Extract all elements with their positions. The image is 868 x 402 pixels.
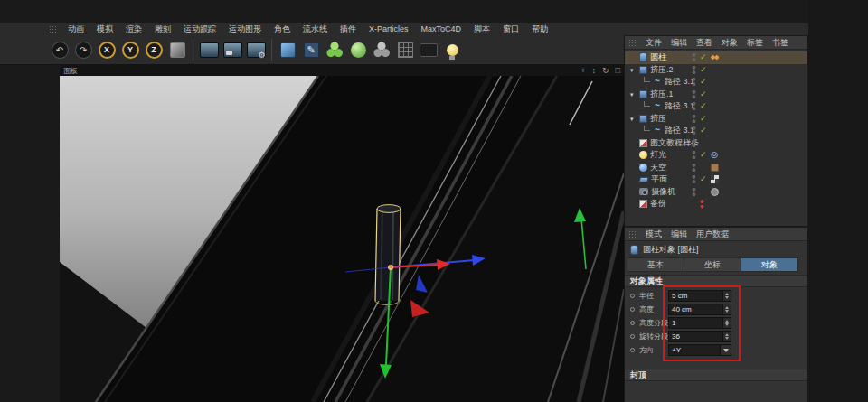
om-menu-file[interactable]: 文件 xyxy=(641,37,666,49)
stepper-arrows-icon[interactable] xyxy=(722,304,731,314)
object-row-extrude2[interactable]: ▾ 挤压.2 ✓ xyxy=(625,64,807,77)
object-row-spline[interactable]: ~ 路径 3.1 ✓ xyxy=(625,100,807,113)
om-menu-tag[interactable]: 标签 xyxy=(742,37,768,49)
object-row-tutorial-spline[interactable]: 图文教程样条 xyxy=(625,137,807,150)
material-tag-icon[interactable] xyxy=(711,53,719,61)
om-menu-view[interactable]: 查看 xyxy=(692,37,717,49)
render-settings-button[interactable] xyxy=(245,38,267,61)
lock-y-button[interactable]: Y xyxy=(119,38,141,61)
tab-object[interactable]: 对象 xyxy=(741,257,798,272)
subdivision-surface-button[interactable] xyxy=(324,38,345,61)
stepper-arrows-icon[interactable] xyxy=(722,291,731,301)
scene-svg[interactable] xyxy=(60,76,624,402)
redo-button[interactable]: ↷ xyxy=(72,38,94,61)
cylinder-object[interactable] xyxy=(375,205,401,305)
rotation-segments-input[interactable]: 36 xyxy=(668,331,731,342)
texture-tag-icon[interactable] xyxy=(711,175,719,183)
om-menu-bookmark[interactable]: 书签 xyxy=(768,37,793,49)
visibility-dots-icon[interactable] xyxy=(692,126,696,136)
menu-plugins[interactable]: 插件 xyxy=(334,23,363,35)
object-row-camera[interactable]: 摄像机 xyxy=(625,186,807,199)
visibility-dots-icon[interactable] xyxy=(692,65,696,75)
keyframe-dot-icon[interactable] xyxy=(630,334,635,339)
visibility-dots-icon[interactable] xyxy=(692,187,696,197)
workplane-button[interactable] xyxy=(418,38,439,61)
menu-render[interactable]: 渲染 xyxy=(119,23,148,35)
visibility-dots-icon[interactable] xyxy=(692,174,696,184)
menu-window[interactable]: 窗口 xyxy=(496,23,525,35)
enabled-check-icon[interactable]: ✓ xyxy=(700,100,707,113)
tab-coordinates[interactable]: 坐标 xyxy=(684,257,741,272)
object-label[interactable]: 圆柱 xyxy=(650,51,666,63)
viewport-3d[interactable]: 面板 + ↕ ↻ □ xyxy=(60,65,624,402)
object-row-extrude[interactable]: ▾ 挤压 ✓ xyxy=(625,113,807,126)
maximize-icon[interactable]: □ xyxy=(616,65,620,76)
object-label[interactable]: 摄像机 xyxy=(651,186,675,198)
drag-handle-icon[interactable] xyxy=(628,230,637,238)
menu-motion-tracker[interactable]: 运动跟踪 xyxy=(177,23,222,35)
keyframe-dot-icon[interactable] xyxy=(630,321,635,325)
drag-handle-icon[interactable] xyxy=(628,39,637,47)
dropdown-arrow-icon[interactable] xyxy=(720,345,731,355)
enabled-check-icon[interactable]: ✓ xyxy=(700,173,707,186)
object-row-spline[interactable]: ~ 路径 3.1 ✓ xyxy=(625,76,807,89)
enabled-check-icon[interactable]: ✓ xyxy=(700,113,707,126)
visibility-dots-icon[interactable] xyxy=(692,52,696,62)
red-visibility-dots-icon[interactable] xyxy=(700,200,704,209)
object-label[interactable]: 灯光 xyxy=(650,149,666,161)
object-row-extrude1[interactable]: ▾ 挤压.1 ✓ xyxy=(625,89,807,101)
compositing-tag-icon[interactable] xyxy=(711,164,719,172)
menu-maxtoc4d[interactable]: MaxToC4D xyxy=(415,23,468,35)
expand-arrow-icon[interactable]: ▾ xyxy=(630,89,639,100)
object-label[interactable]: 备份 xyxy=(650,198,666,210)
menu-sculpt[interactable]: 雕刻 xyxy=(148,23,177,35)
menu-character[interactable]: 角色 xyxy=(268,23,297,35)
menu-pipeline[interactable]: 流水线 xyxy=(297,23,334,35)
object-label[interactable]: 路径 3.1 xyxy=(665,100,694,112)
object-label[interactable]: 挤压 xyxy=(650,113,666,125)
orientation-dropdown[interactable]: +Y xyxy=(668,344,731,356)
am-menu-mode[interactable]: 模式 xyxy=(641,229,666,240)
keyframe-dot-icon[interactable] xyxy=(630,307,635,312)
om-menu-object[interactable]: 对象 xyxy=(717,37,742,49)
expand-arrow-icon[interactable]: ▾ xyxy=(630,113,639,125)
lock-z-button[interactable]: Z xyxy=(143,38,165,61)
object-row-backup[interactable]: 备份 xyxy=(625,198,807,210)
orientation-value[interactable]: +Y xyxy=(669,345,720,355)
render-view-button[interactable] xyxy=(198,38,220,61)
object-row-light[interactable]: 灯光 ✓ ◎ xyxy=(625,149,807,162)
lock-x-button[interactable]: X xyxy=(96,38,118,61)
render-picture-button[interactable] xyxy=(222,38,243,61)
enabled-check-icon[interactable]: ✓ xyxy=(700,125,707,137)
target-tag-icon[interactable]: ◎ xyxy=(711,151,719,159)
keyframe-dot-icon[interactable] xyxy=(630,348,635,352)
height-segments-input[interactable]: 1 xyxy=(668,317,731,329)
object-label[interactable]: 挤压.2 xyxy=(650,64,674,76)
pan-icon[interactable]: + xyxy=(580,65,585,76)
radius-value[interactable]: 5 cm xyxy=(669,291,722,301)
radius-input[interactable]: 5 cm xyxy=(668,290,731,302)
keyframe-dot-icon[interactable] xyxy=(630,294,635,298)
menu-animation[interactable]: 动画 xyxy=(61,23,90,35)
object-label[interactable]: 路径 3.1 xyxy=(665,125,694,136)
enabled-check-icon[interactable]: ✓ xyxy=(700,64,707,77)
object-label[interactable]: 天空 xyxy=(650,162,666,173)
protection-tag-icon[interactable] xyxy=(711,188,719,196)
object-label[interactable]: 平面 xyxy=(651,173,667,185)
enabled-check-icon[interactable]: ✓ xyxy=(700,89,707,101)
menu-mograph[interactable]: 运动图形 xyxy=(222,23,268,35)
visibility-dots-icon[interactable] xyxy=(692,101,696,111)
rotation-segments-value[interactable]: 36 xyxy=(669,332,722,341)
stepper-arrows-icon[interactable] xyxy=(722,332,731,341)
undo-button[interactable]: ↶ xyxy=(49,38,71,61)
menu-simulate[interactable]: 模拟 xyxy=(90,23,119,35)
am-menu-edit[interactable]: 编辑 xyxy=(666,229,692,240)
height-segments-value[interactable]: 1 xyxy=(669,318,722,328)
tab-basic[interactable]: 基本 xyxy=(627,257,684,272)
cube-primitive-button[interactable] xyxy=(277,38,298,61)
drag-handle-icon[interactable] xyxy=(49,25,57,33)
am-menu-userdata[interactable]: 用户数据 xyxy=(692,229,733,240)
visibility-dots-icon[interactable] xyxy=(692,163,696,173)
expand-arrow-icon[interactable]: ▾ xyxy=(630,64,639,76)
height-value[interactable]: 40 cm xyxy=(669,304,722,314)
